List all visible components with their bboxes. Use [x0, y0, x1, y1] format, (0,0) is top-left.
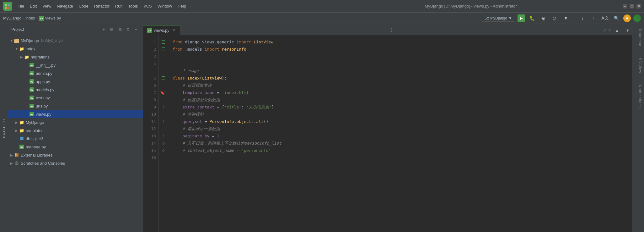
tree-item-root[interactable]: ▼ MyDjango D:\MyDjango	[8, 36, 143, 45]
code-text: template_name	[182, 89, 214, 96]
plugin-icon[interactable]: ⬡	[633, 14, 641, 22]
gutter-icons: − − − 🔖	[159, 35, 168, 232]
sidebar-item-sglview[interactable]: SGlView	[637, 54, 643, 77]
tree-item-index[interactable]: ▼ 📁 index	[8, 45, 143, 53]
profile-button[interactable]: ◉	[539, 14, 548, 23]
code-text	[173, 147, 182, 154]
code-text: queryset	[182, 118, 202, 125]
fold-icon[interactable]: −	[162, 40, 165, 44]
usage-hint: 1 usage	[173, 67, 627, 75]
run-button[interactable]: ▶	[518, 14, 525, 22]
breadcrumb-project[interactable]: MyDjango	[3, 16, 22, 20]
comment: # 设置模型外的数据	[182, 96, 220, 103]
search-button[interactable]: 🔍	[612, 14, 621, 23]
tree-item-ext-libs[interactable]: ▶ External Libraries	[8, 151, 143, 159]
line-num: 8	[153, 96, 156, 103]
scratches-icon	[14, 161, 19, 166]
gutter-line: !	[159, 103, 168, 111]
tree-item-urls[interactable]: ▶ py urls.py	[8, 102, 143, 110]
tree-item-init[interactable]: ▶ py __init__.py	[8, 61, 143, 69]
branch-selector[interactable]: ⎇ MyDjango ▼	[482, 15, 515, 22]
bookmark-icon: 🔖	[160, 91, 165, 95]
window-title: MyDjango [D:\MyDjango] - views.py - Admi…	[319, 4, 623, 8]
code-text: 'index.html'	[222, 89, 251, 96]
menu-window[interactable]: Window	[155, 3, 174, 10]
tree-item-mydjango-sub[interactable]: ▶ 📁 MyDjango	[8, 118, 143, 126]
tree-item-views[interactable]: ▶ py views.py	[8, 110, 143, 118]
coverage-button[interactable]: ◎	[550, 14, 559, 23]
minimize-sidebar-button[interactable]: −	[133, 26, 140, 33]
code-line-11: queryset = PersonInfo.objects.all()	[173, 118, 627, 125]
tree-item-migrations[interactable]: ▶ 📁 migrations	[8, 53, 143, 61]
tree-item-apps[interactable]: ▶ py apps.py	[8, 77, 143, 86]
fold-icon[interactable]: −	[162, 47, 165, 51]
scroll-up-button[interactable]: ▲	[613, 26, 621, 35]
gutter-line	[159, 154, 168, 161]
menu-navigate[interactable]: Navigate	[54, 3, 75, 10]
maximize-button[interactable]: □	[630, 4, 634, 8]
menu-code[interactable]: Code	[76, 3, 91, 10]
menu-file[interactable]: File	[15, 3, 27, 10]
code-text: =	[202, 118, 209, 125]
line-num: 9	[153, 103, 156, 111]
code-editor[interactable]: 1 2 3 4 · 5 6 7 8 9 10 11 12 13 14 15 16	[143, 35, 636, 232]
menu-run[interactable]: Run	[113, 3, 125, 10]
sidebar-header: Project + ⊟ ⊞ ⚙ −	[8, 24, 143, 35]
warning-icon: !	[163, 119, 164, 124]
warning-icon: !	[163, 105, 164, 109]
tree-item-manage[interactable]: ▶ py manage.py	[8, 143, 143, 151]
menu-tools[interactable]: Tools	[126, 3, 140, 10]
code-text: ):	[222, 75, 227, 82]
breadcrumb-file[interactable]: py views.py	[39, 16, 61, 21]
tab-more-button[interactable]: ⋮	[387, 25, 397, 35]
menu-vcs[interactable]: VCS	[141, 3, 154, 10]
collapse-all-button[interactable]: ⊟	[108, 26, 115, 33]
expand-arrow-icon: ▼	[9, 38, 14, 43]
menu-help[interactable]: Help	[175, 3, 189, 10]
file-tree: ▼ MyDjango D:\MyDjango ▼ 📁 index ▶ 📁 mig…	[8, 35, 143, 232]
settings-gear-icon[interactable]: ⚙	[125, 26, 131, 33]
debug-button[interactable]: 🐛	[528, 14, 536, 23]
expand-arrow-icon: ▶	[14, 120, 19, 124]
py-file-icon: py	[29, 63, 35, 68]
tree-item-admin[interactable]: ▶ py admin.py	[8, 69, 143, 77]
fold-icon[interactable]: −	[162, 76, 165, 80]
sidebar-item-database[interactable]: Database	[637, 25, 643, 50]
minimize-button[interactable]: ─	[623, 4, 627, 8]
git-update-button[interactable]: ↓	[578, 14, 587, 23]
tree-item-tests[interactable]: ▶ py tests.py	[8, 94, 143, 102]
tree-item-models[interactable]: ▶ py models.py	[8, 86, 143, 94]
code-text: django.views.generic	[182, 38, 236, 46]
breadcrumb-folder[interactable]: index	[25, 16, 35, 20]
tree-item-db[interactable]: ▶ db.sqlite3	[8, 135, 143, 143]
sidebar-title: Project	[11, 27, 98, 32]
tab-close-button[interactable]: ✕	[171, 28, 176, 33]
editor-scrollbar[interactable]	[632, 35, 636, 232]
branch-chevron-icon: ▼	[508, 16, 512, 20]
gutter-line	[159, 53, 168, 60]
add-file-button[interactable]: +	[100, 26, 107, 33]
tab-views-py[interactable]: py views.py ✕	[143, 25, 180, 35]
translate-button[interactable]: A文	[601, 14, 609, 23]
avatar[interactable]: A	[623, 14, 631, 22]
code-text: objects	[237, 118, 254, 125]
menu-edit[interactable]: Edit	[27, 3, 39, 10]
usage-text: 1 usage	[183, 67, 199, 75]
keyword: import	[237, 38, 251, 46]
line-num: 6	[153, 82, 156, 89]
code-text	[173, 118, 182, 125]
code-text: '人员信息表'	[246, 103, 272, 111]
code-content[interactable]: from django.views.generic import ListVie…	[168, 35, 632, 232]
scroll-down-button[interactable]: ▼	[623, 26, 632, 35]
more-run-options[interactable]: ▼	[561, 14, 570, 23]
tree-item-scratches[interactable]: ▶ Scratches and Consoles	[8, 159, 143, 167]
close-button[interactable]: ✕	[636, 4, 641, 8]
menu-refactor[interactable]: Refactor	[92, 3, 112, 10]
expand-all-button[interactable]: ⊞	[116, 26, 123, 33]
menu-view[interactable]: View	[40, 3, 54, 10]
sidebar-item-notifications[interactable]: Notifications	[637, 81, 643, 112]
code-text: ()	[264, 118, 269, 125]
git-push-button[interactable]: ↑	[589, 14, 598, 23]
tree-item-templates[interactable]: ▶ 📁 templates	[8, 126, 143, 135]
gutter-line: 🔖 !	[159, 89, 168, 96]
